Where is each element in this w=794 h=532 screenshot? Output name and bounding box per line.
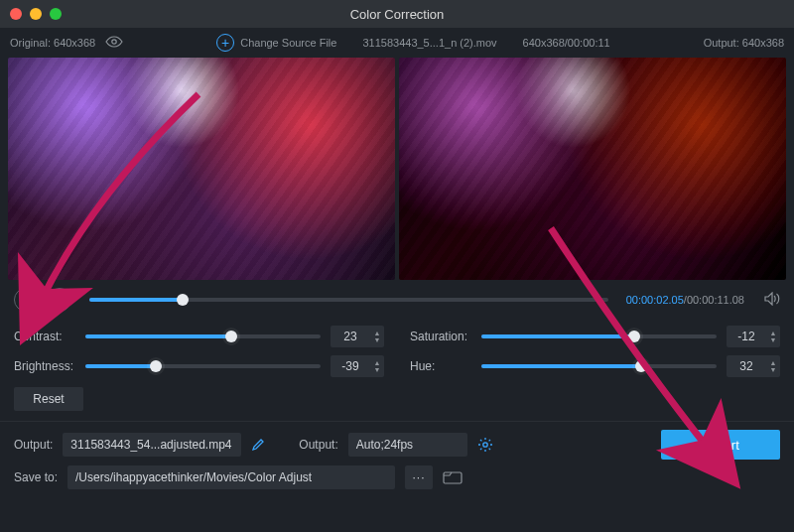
volume-icon[interactable] [764,292,780,309]
source-file-name: 311583443_5...1_n (2).mov [362,37,496,49]
stop-icon [57,297,64,304]
original-dimensions-label: Original: 640x368 [10,37,95,49]
hue-slider[interactable] [481,364,717,368]
hue-value: 32 [727,359,766,373]
chevron-down-icon: ▼ [370,366,384,373]
output-file-value: 311583443_54...adjusted.mp4 [70,438,231,452]
output-dimensions-label: Output: 640x368 [704,37,784,49]
stop-button[interactable] [48,288,71,312]
saturation-thumb[interactable] [628,331,640,342]
info-bar: Original: 640x368 + Change Source File 3… [0,28,794,58]
source-file-meta: 640x368/00:00:11 [523,37,610,49]
saturation-label: Saturation: [410,330,471,343]
window-title: Color Correction [0,7,794,22]
chevron-up-icon: ▲ [370,359,384,366]
reset-button[interactable]: Reset [14,387,83,411]
brightness-thumb[interactable] [150,360,162,372]
output-file-label: Output: [14,438,53,452]
contrast-thumb[interactable] [225,331,237,342]
contrast-value: 23 [331,330,370,343]
timeline-fill [89,298,183,302]
contrast-label: Contrast: [14,330,75,343]
hue-row: Hue: 32 ▲▼ [410,355,780,377]
timeline-slider[interactable] [89,298,608,302]
play-button[interactable] [14,288,38,312]
titlebar: Color Correction [0,0,794,28]
adjustment-panel: Contrast: 23 ▲▼ Saturation: -12 ▲▼ Brigh… [0,320,794,381]
save-to-value: /Users/ihappyacethinker/Movies/Color Adj… [75,470,312,484]
hue-label: Hue: [410,359,471,373]
brightness-slider[interactable] [85,364,321,368]
output-preview [399,58,786,280]
export-button[interactable]: Export [661,430,780,460]
output-format-label: Output: [299,438,337,452]
timeline-thumb[interactable] [177,294,189,306]
chevron-down-icon: ▼ [766,366,780,373]
current-time: 00:00:02.05 [626,294,684,306]
change-source-label: Change Source File [240,37,336,49]
chevron-up-icon: ▲ [766,359,780,366]
output-file-row: Output: 311583443_54...adjusted.mp4 Outp… [0,424,794,466]
preview-visibility-icon[interactable] [105,36,123,50]
save-to-label: Save to: [14,470,58,484]
saturation-slider[interactable] [481,334,717,338]
hue-stepper[interactable]: 32 ▲▼ [727,355,780,377]
svg-rect-2 [444,472,462,483]
contrast-stepper[interactable]: 23 ▲▼ [331,326,384,347]
original-preview [8,58,395,280]
brightness-stepper[interactable]: -39 ▲▼ [331,355,384,377]
svg-point-0 [112,40,116,44]
total-time: 00:00:11.08 [687,294,744,306]
playback-controls: 00:00:02.05/00:00:11.08 [0,280,794,320]
edit-filename-icon[interactable] [251,438,265,452]
output-format-field[interactable]: Auto;24fps [348,433,467,457]
change-source-button[interactable]: + Change Source File [216,34,336,52]
browse-folder-button[interactable]: ··· [405,466,433,489]
timecode: 00:00:02.05/00:00:11.08 [626,294,744,306]
svg-point-1 [483,443,487,447]
output-file-field[interactable]: 311583443_54...adjusted.mp4 [63,433,241,457]
saturation-value: -12 [727,330,766,343]
contrast-row: Contrast: 23 ▲▼ [14,326,384,347]
chevron-up-icon: ▲ [370,330,384,336]
play-icon [23,295,30,305]
saturation-row: Saturation: -12 ▲▼ [410,326,780,347]
chevron-down-icon: ▼ [370,336,384,343]
brightness-row: Brightness: -39 ▲▼ [14,355,384,377]
saturation-stepper[interactable]: -12 ▲▼ [727,326,780,347]
chevron-up-icon: ▲ [766,330,780,336]
save-to-row: Save to: /Users/ihappyacethinker/Movies/… [0,466,794,495]
open-folder-icon[interactable] [443,469,463,485]
save-to-field[interactable]: /Users/ihappyacethinker/Movies/Color Adj… [67,466,395,489]
brightness-value: -39 [331,359,370,373]
preview-area [8,58,786,280]
hue-thumb[interactable] [635,360,647,372]
format-settings-icon[interactable] [477,437,493,453]
divider [0,421,794,422]
brightness-label: Brightness: [14,359,75,373]
contrast-slider[interactable] [85,334,321,338]
chevron-down-icon: ▼ [766,336,780,343]
plus-icon: + [216,34,234,52]
output-format-value: Auto;24fps [356,438,413,452]
